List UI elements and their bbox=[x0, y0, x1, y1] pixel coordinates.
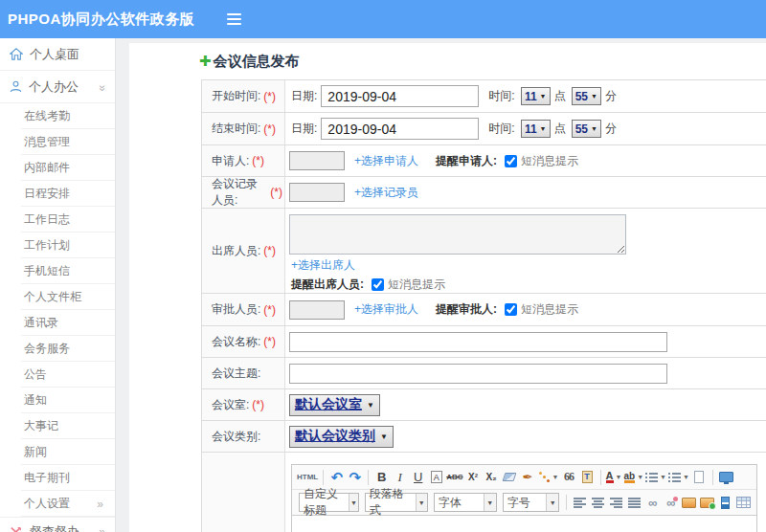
font-color-button[interactable]: A▼ bbox=[606, 467, 622, 488]
hamburger-menu-icon[interactable] bbox=[227, 13, 241, 25]
sidebar-item-e-journal[interactable]: 电子期刊 bbox=[0, 465, 115, 491]
chevron-down-icon: ▼ bbox=[616, 474, 622, 480]
paste-text-icon[interactable]: T bbox=[579, 467, 596, 488]
hour-suffix: 点 bbox=[554, 121, 566, 137]
minute-suffix: 分 bbox=[605, 121, 617, 137]
justify-button[interactable] bbox=[626, 492, 642, 513]
date-label: 日期: bbox=[291, 121, 317, 137]
sidebar-item-label: 个人设置 bbox=[24, 496, 70, 512]
sms-hint-label: 短消息提示 bbox=[388, 277, 445, 293]
end-date-input[interactable] bbox=[321, 118, 479, 140]
page-break-icon[interactable] bbox=[717, 492, 733, 513]
home-icon bbox=[10, 48, 23, 60]
link-icon[interactable]: ∞ bbox=[644, 492, 661, 513]
recorder-input[interactable] bbox=[289, 183, 345, 202]
align-right-button[interactable] bbox=[608, 492, 624, 513]
field-label: 审批人员: bbox=[212, 301, 260, 318]
fullscreen-icon[interactable] bbox=[718, 467, 734, 488]
topbar: PHPOA协同办公软件政务版 bbox=[0, 0, 766, 38]
sidebar-item-announcement[interactable]: 公告 bbox=[0, 362, 115, 388]
autotypeset-icon[interactable]: ▼ bbox=[538, 467, 559, 488]
sidebar-item-internal-mail[interactable]: 内部邮件 bbox=[0, 155, 115, 181]
align-center-button[interactable] bbox=[590, 492, 606, 513]
font-border-button[interactable]: A bbox=[431, 471, 442, 483]
sidebar-item-label: 手机短信 bbox=[24, 263, 70, 279]
ordered-list-button[interactable]: ▼ bbox=[645, 467, 666, 488]
chevron-double-right-icon: » bbox=[97, 499, 101, 510]
align-left-button[interactable] bbox=[572, 492, 588, 513]
attendees-sms-checkbox[interactable] bbox=[372, 278, 384, 291]
sidebar-item-news[interactable]: 新闻 bbox=[0, 439, 115, 465]
sidebar-item-meeting-service[interactable]: 会务服务 bbox=[0, 336, 115, 362]
sidebar-item-supervision[interactable]: 督查督办 » bbox=[0, 517, 115, 532]
sidebar-item-personal-settings[interactable]: 个人设置» bbox=[0, 491, 115, 517]
chevron-down-icon: ▼ bbox=[540, 93, 547, 100]
start-hour-select[interactable]: 11▼ bbox=[521, 87, 551, 105]
sidebar-item-label: 督查督办 bbox=[30, 523, 79, 532]
html-source-button[interactable]: HTML bbox=[297, 467, 318, 488]
applicant-sms-checkbox[interactable] bbox=[505, 155, 517, 167]
choose-attendees-link[interactable]: +选择出席人 bbox=[291, 257, 355, 274]
page-title-row: ✚ 会议信息发布 bbox=[199, 52, 766, 71]
start-minute-select[interactable]: 55▼ bbox=[572, 87, 601, 105]
required-mark: (*) bbox=[270, 186, 282, 199]
start-date-input[interactable] bbox=[321, 85, 479, 107]
superscript-button[interactable]: X² bbox=[465, 467, 482, 488]
sms-hint-label: 短消息提示 bbox=[521, 153, 578, 169]
sidebar-item-work-log[interactable]: 工作日志 bbox=[0, 207, 115, 233]
sidebar-item-label: 工作日志 bbox=[24, 211, 70, 228]
field-label: 申请人: bbox=[212, 153, 249, 169]
subscript-button[interactable]: X₂ bbox=[484, 467, 500, 488]
italic-button[interactable]: I bbox=[392, 467, 408, 488]
font-family-select[interactable]: 字体▼ bbox=[434, 493, 497, 512]
chevron-down-icon: ▼ bbox=[591, 93, 597, 100]
sidebar-item-label: 内部邮件 bbox=[24, 160, 70, 176]
custom-heading-select[interactable]: 自定义标题▼ bbox=[299, 493, 359, 512]
choose-recorder-link[interactable]: +选择记录员 bbox=[354, 185, 418, 201]
meeting-category-select[interactable]: 默认会议类别▼ bbox=[289, 426, 394, 448]
meeting-subject-input[interactable] bbox=[289, 364, 667, 384]
sidebar-item-personal-office[interactable]: 个人办公 » bbox=[0, 71, 115, 103]
time-label: 时间: bbox=[488, 121, 514, 137]
end-minute-select[interactable]: 55▼ bbox=[572, 120, 601, 138]
editor-content-area[interactable] bbox=[292, 516, 756, 532]
font-size-select[interactable]: 字号▼ bbox=[503, 493, 560, 512]
sidebar-item-personal-desktop[interactable]: 个人桌面 bbox=[0, 38, 115, 71]
choose-applicant-link[interactable]: +选择申请人 bbox=[354, 153, 418, 169]
unlink-icon[interactable]: ∞ bbox=[663, 492, 679, 513]
highlight-color-button[interactable]: ab▼ bbox=[624, 467, 644, 488]
strikethrough-button[interactable]: ABC bbox=[446, 467, 462, 488]
image-icon[interactable] bbox=[681, 492, 697, 513]
meeting-form: 开始时间:(*) 日期: 时间: 11▼ 点 55▼ 分 结束时间:(*) 日期… bbox=[201, 79, 766, 532]
underline-button[interactable]: U bbox=[410, 467, 426, 488]
meeting-name-input[interactable] bbox=[289, 332, 667, 352]
sidebar-item-message-management[interactable]: 消息管理 bbox=[0, 129, 115, 155]
sidebar-item-notice[interactable]: 通知 bbox=[0, 388, 115, 413]
new-page-icon[interactable] bbox=[691, 467, 708, 488]
approver-input[interactable] bbox=[289, 300, 345, 320]
format-painter-icon[interactable]: ✒ bbox=[520, 467, 536, 488]
sidebar-item-memorabilia[interactable]: 大事记 bbox=[0, 413, 115, 439]
attendees-textarea[interactable] bbox=[289, 214, 626, 255]
table-icon[interactable] bbox=[735, 492, 752, 513]
redo-icon[interactable]: ↷ bbox=[347, 467, 363, 488]
sidebar-item-schedule[interactable]: 日程安排 bbox=[0, 181, 115, 207]
sidebar-item-personal-file-cabinet[interactable]: 个人文件柜 bbox=[0, 284, 115, 310]
bold-button[interactable]: B bbox=[373, 467, 390, 488]
applicant-input[interactable] bbox=[289, 151, 345, 170]
paragraph-format-select[interactable]: 段落格式▼ bbox=[365, 493, 428, 512]
sidebar-item-contacts[interactable]: 通讯录 bbox=[0, 310, 115, 336]
blockquote-button[interactable]: 66 bbox=[561, 467, 577, 488]
unordered-list-button[interactable]: ▼ bbox=[668, 467, 689, 488]
image-upload-icon[interactable] bbox=[699, 492, 715, 513]
end-hour-select[interactable]: 11▼ bbox=[521, 120, 551, 138]
sidebar-item-online-attendance[interactable]: 在线考勤 bbox=[0, 103, 115, 129]
approver-sms-checkbox[interactable] bbox=[505, 303, 517, 316]
form-row-meeting-room: 会议室:(*) 默认会议室▼ bbox=[202, 389, 766, 421]
sidebar-item-mobile-sms[interactable]: 手机短信 bbox=[0, 258, 115, 284]
eraser-icon[interactable] bbox=[502, 467, 518, 488]
choose-approver-link[interactable]: +选择审批人 bbox=[354, 301, 418, 318]
undo-icon[interactable]: ↶ bbox=[328, 467, 345, 488]
meeting-room-select[interactable]: 默认会议室▼ bbox=[289, 394, 380, 416]
sidebar-item-work-plan[interactable]: 工作计划 bbox=[0, 233, 115, 258]
